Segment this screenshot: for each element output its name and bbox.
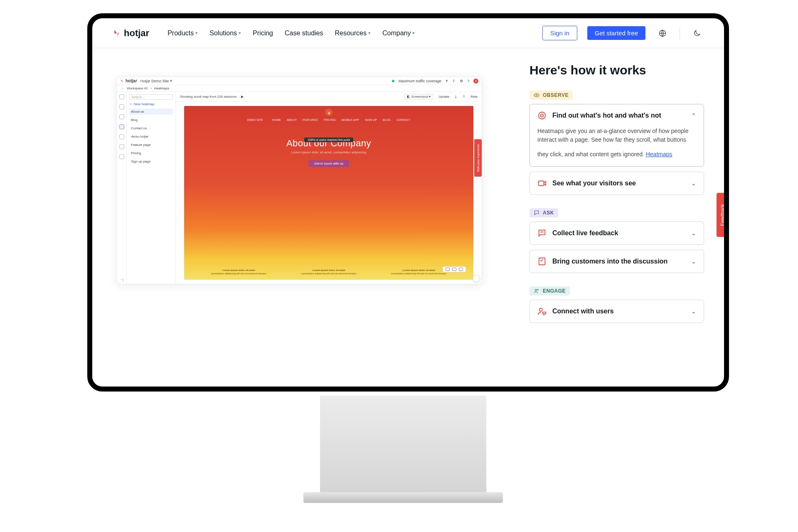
tablet-icon[interactable]: [452, 268, 456, 271]
scroll-depth-badge: 100% of users reached this point: [304, 138, 353, 142]
play-icon[interactable]: ▶: [241, 95, 244, 99]
chevron-down-icon: ⌄: [691, 180, 696, 187]
pv-rate-button[interactable]: Rate: [470, 95, 478, 99]
nav-pricing[interactable]: Pricing: [253, 30, 273, 37]
back-arrow-icon[interactable]: ←: [121, 86, 124, 90]
svg-rect-6: [539, 258, 545, 265]
pv-expand-fab[interactable]: [473, 275, 480, 282]
accordion-interviews: Connect with users ⌄: [530, 300, 704, 323]
chevron-up-icon: ⌃: [691, 112, 696, 119]
pv-search[interactable]: Jump to…: [129, 94, 173, 100]
pv-screenshot-button[interactable]: ◧ Screenshot ▾: [404, 94, 433, 99]
pv-nav-icon[interactable]: [119, 94, 124, 99]
accordion-header[interactable]: See what your visitors see ⌄: [530, 172, 704, 195]
pv-nav-icon[interactable]: [119, 144, 124, 149]
pv-coverage: Maximum traffic coverage: [399, 79, 441, 83]
feedback-tab[interactable]: Feedback: [717, 193, 729, 237]
avatar[interactable]: U: [473, 79, 478, 84]
pv-sidebar-item[interactable]: demo.hotjar: [129, 133, 173, 140]
chat-icon: [534, 210, 539, 216]
pv-sidebar-item[interactable]: About us: [129, 108, 173, 115]
chevron-down-icon: ▾: [239, 30, 241, 36]
accordion-surveys: Bring customers into the discussion ⌄: [530, 250, 704, 273]
top-navigation: hotjar Products▾ Solutions▾ Pricing Case…: [92, 18, 724, 48]
brand-logo[interactable]: hotjar: [112, 28, 149, 39]
breadcrumb-page[interactable]: Heatmaps: [154, 86, 169, 90]
chevron-down-icon: ▾: [368, 30, 371, 36]
flame-icon: [112, 29, 121, 38]
pv-nav-icon[interactable]: [119, 114, 124, 119]
help-icon[interactable]: ?: [467, 79, 469, 83]
accordion-header[interactable]: Collect live feedback ⌄: [530, 222, 704, 244]
pv-nav-icon[interactable]: [119, 104, 124, 109]
device-toggle[interactable]: [443, 266, 466, 272]
nav-products[interactable]: Products▾: [167, 30, 198, 37]
pv-site-selector[interactable]: Hotjar Demo Site▾: [140, 78, 173, 84]
accordion-feedback: Collect live feedback ⌄: [530, 222, 704, 245]
brand-name: hotjar: [124, 28, 149, 39]
share-icon[interactable]: ⇪: [463, 95, 466, 99]
globe-icon: [658, 29, 667, 37]
page-headline: Here's how it works: [530, 63, 704, 77]
section-tag-observe: OBSERVE: [530, 91, 573, 100]
pv-sidebar-item[interactable]: Feature page: [129, 142, 173, 148]
pv-breadcrumb: ← Workspace #1 › Heatmaps: [117, 85, 482, 92]
collapse-icon[interactable]: →|: [119, 278, 123, 281]
svg-point-7: [535, 289, 537, 291]
get-started-button[interactable]: Get started free: [587, 26, 645, 40]
accordion-title: Connect with users: [552, 308, 685, 315]
pv-sidebar-item[interactable]: Pricing: [129, 150, 173, 156]
pv-sidebar-item[interactable]: Contact us: [129, 125, 173, 131]
nav-solutions[interactable]: Solutions▾: [209, 30, 241, 37]
pv-main: Showing scroll map from 220 sessions ▶ ◧…: [176, 92, 482, 284]
fire-icon: 🔥: [325, 108, 332, 116]
nav-case-studies[interactable]: Case studies: [285, 30, 323, 37]
pv-nav-icon[interactable]: [119, 154, 124, 159]
section-tag-engage: ENGAGE: [530, 286, 570, 296]
users-icon: [534, 288, 539, 294]
section-tag-ask: ASK: [530, 208, 558, 217]
pv-nav-icon[interactable]: [119, 134, 124, 139]
user-chat-icon: [537, 307, 547, 316]
nav-company[interactable]: Company▾: [382, 30, 415, 37]
status-dot-icon: [392, 80, 394, 82]
chevron-down-icon: ▾: [446, 78, 448, 84]
pv-sidebar-item[interactable]: Sign up page: [129, 158, 173, 165]
pv-toolbar: Showing scroll map from 220 sessions ▶ ◧…: [176, 92, 482, 102]
chevron-down-icon: ▾: [412, 30, 415, 36]
theme-toggle[interactable]: [690, 26, 704, 40]
demo-subtitle: Lorem ipsum dolor sit amet, consectetur …: [184, 150, 473, 154]
pv-sidebar-item[interactable]: Blog: [129, 117, 173, 123]
download-icon[interactable]: ⭳: [454, 95, 458, 99]
heatmap-canvas: 🔥 DEMO SITE HOMEABOUTFEATURESPRICINGMOBI…: [184, 106, 473, 280]
how-it-works-column: Here's how it works OBSERVE Find out wha…: [517, 63, 704, 387]
pv-update-button[interactable]: Update: [438, 95, 449, 99]
settings-icon[interactable]: ⚙: [460, 79, 463, 83]
accordion-title: See what your visitors see: [552, 180, 685, 187]
desktop-icon[interactable]: [446, 268, 450, 271]
heatmaps-link[interactable]: Heatmaps: [646, 150, 672, 159]
accordion-title: Collect live feedback: [552, 229, 685, 237]
accordion-header[interactable]: Connect with users ⌄: [530, 300, 704, 323]
chevron-down-icon: ⌄: [691, 308, 696, 315]
accordion-recordings: See what your visitors see ⌄: [530, 172, 704, 195]
accordion-title: Bring customers into the discussion: [552, 258, 685, 265]
sign-in-button[interactable]: Sign in: [542, 26, 577, 40]
pv-feedback-tab[interactable]: Rate your experience: [474, 139, 482, 177]
eye-icon: [534, 92, 539, 98]
chevron-down-icon: ⌄: [691, 258, 696, 265]
share-icon[interactable]: ⇪: [452, 79, 456, 83]
pv-sidebar: Jump to… ＋New heatmap About us Blog Cont…: [127, 92, 176, 284]
svg-point-8: [537, 289, 538, 290]
target-icon: [537, 111, 547, 120]
accordion-header[interactable]: Find out what's hot and what's not ⌃: [530, 104, 704, 127]
breadcrumb-workspace[interactable]: Workspace #1: [127, 86, 148, 90]
nav-resources[interactable]: Resources▾: [335, 30, 371, 37]
mobile-icon[interactable]: [459, 268, 463, 271]
accordion-header[interactable]: Bring customers into the discussion ⌄: [530, 250, 704, 273]
pv-nav-icon-active[interactable]: [119, 124, 124, 129]
language-button[interactable]: [655, 26, 670, 40]
nav-links: Products▾ Solutions▾ Pricing Case studie…: [167, 30, 415, 37]
pv-new-heatmap[interactable]: ＋New heatmap: [129, 102, 173, 106]
svg-rect-5: [539, 181, 544, 186]
